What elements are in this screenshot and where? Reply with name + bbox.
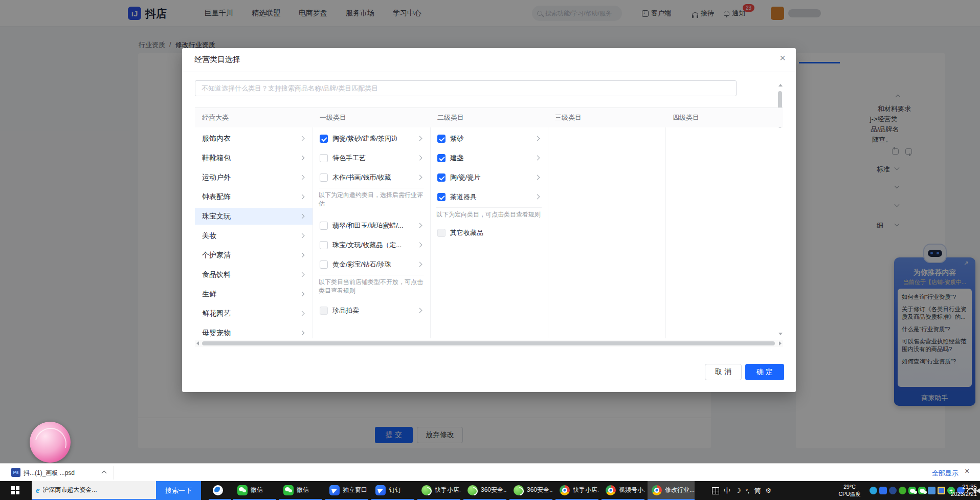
taskbar-app-browser[interactable] — [209, 481, 231, 500]
tray-icon-blue-circle[interactable] — [870, 487, 877, 494]
major-category-row[interactable]: 生鲜 — [195, 286, 313, 302]
file-menu-caret-icon[interactable] — [102, 471, 107, 476]
show-all-downloads-link[interactable]: 全部显示 — [932, 469, 959, 478]
column-divider — [548, 108, 548, 338]
tray-icon-navy[interactable] — [889, 487, 897, 494]
level2-category-row-disabled[interactable]: 其它收藏品 — [430, 224, 548, 241]
level2-category-row[interactable]: 陶/瓷/瓷片 — [430, 169, 548, 186]
taskbar: e 沪深两市超大资金... 搜索一下 微信 微信 独立窗口 钉钉 快手小店...… — [0, 481, 980, 500]
dingtalk-icon — [375, 485, 386, 495]
ime-simplified[interactable]: 简 — [754, 486, 761, 495]
major-category-row[interactable]: 服饰内衣 — [195, 130, 313, 147]
major-category-row[interactable]: 个护家清 — [195, 247, 313, 264]
checkbox-unchecked[interactable] — [320, 222, 328, 230]
category-select-modal: 经营类目选择 × 经营大类 一级类目 二级类目 三级类目 四级类目 服饰内衣 鞋… — [182, 48, 796, 392]
column-header-level3: 三级类目 — [548, 108, 665, 127]
level2-category-row[interactable]: 建盏 — [430, 149, 548, 166]
scroll-left-arrow[interactable] — [196, 341, 199, 345]
chevron-right-icon — [535, 194, 540, 200]
checkbox-unchecked[interactable] — [320, 260, 328, 269]
chevron-right-icon — [535, 156, 540, 161]
checkbox-unchecked[interactable] — [320, 173, 328, 182]
taskbar-app-kwai-shop[interactable]: 快手小店... — [417, 481, 460, 500]
checkbox-unchecked[interactable] — [320, 241, 328, 249]
chevron-right-icon — [300, 331, 305, 336]
checkbox-checked[interactable] — [437, 135, 446, 143]
chevron-right-icon — [300, 272, 305, 277]
tray-icon-green[interactable] — [899, 487, 906, 494]
level1-category-row[interactable]: 翡翠/和田玉/琥珀蜜蜡/... — [313, 217, 430, 234]
taskbar-app-active-chrome[interactable]: 修改行业... — [648, 481, 695, 500]
major-category-row[interactable]: 钟表配饰 — [195, 188, 313, 205]
horizontal-scrollbar-thumb[interactable] — [202, 341, 775, 345]
scroll-up-arrow[interactable] — [778, 84, 783, 86]
browser-360-icon — [514, 485, 524, 495]
category-search-input[interactable] — [195, 80, 737, 96]
level1-category-row[interactable]: 黄金/彩宝/钻石/珍珠 — [313, 256, 430, 273]
taskbar-app-360[interactable]: 360安全... — [463, 481, 506, 500]
checkbox-unchecked[interactable] — [320, 154, 328, 162]
checkbox-checked[interactable] — [437, 193, 446, 201]
chrome-icon — [560, 485, 570, 495]
downloaded-file-name[interactable]: 抖...(1)_画板 ...psd — [24, 469, 75, 477]
taskbar-app-dingtalk[interactable]: 钉钉 — [371, 481, 414, 500]
taskbar-app-wechat-2[interactable]: 微信 — [279, 481, 322, 500]
checkbox-checked[interactable] — [437, 154, 446, 162]
clock-widget[interactable]: 21:35 2023/2/21 — [947, 483, 977, 497]
close-shelf-icon[interactable]: × — [965, 467, 969, 476]
taskbar-app-channels[interactable]: 视频号小... — [602, 481, 644, 500]
taskbar-app-wechat[interactable]: 微信 — [233, 481, 276, 500]
wechat-icon — [283, 485, 294, 495]
level1-category-row[interactable]: 珠宝/文玩/收藏品（定... — [313, 236, 430, 253]
major-category-row[interactable]: 母婴宠物 — [195, 324, 313, 341]
checkbox-checked[interactable] — [437, 173, 446, 182]
major-category-row[interactable]: 鲜花园艺 — [195, 305, 313, 322]
ime-language[interactable]: 中 — [724, 486, 730, 495]
chevron-right-icon — [300, 214, 305, 219]
browser-360-icon — [467, 485, 478, 495]
checkbox-checked[interactable] — [320, 135, 328, 143]
group-divider — [436, 207, 542, 208]
targeted-note: 以下为定向类目，可点击类目查看规则 — [436, 210, 546, 219]
stock-toolbar-task[interactable]: e 沪深两市超大资金... — [32, 481, 156, 500]
ime-settings-gear-icon[interactable]: ⚙ — [765, 487, 771, 494]
level2-category-row[interactable]: 紫砂 — [430, 130, 548, 147]
major-category-row[interactable]: 鞋靴箱包 — [195, 149, 313, 166]
ime-tray[interactable]: 中 ☽ °, 简 ⚙ — [712, 481, 771, 500]
start-button[interactable] — [11, 486, 19, 494]
level1-category-row[interactable]: 木作/书画/钱币/收藏 — [313, 169, 430, 186]
level1-category-row[interactable]: 陶瓷/紫砂/建盏/茶周边 — [313, 130, 430, 147]
major-category-row[interactable]: 美妆 — [195, 227, 313, 244]
ad-floating-image[interactable] — [30, 422, 71, 463]
screen: ıJ 抖店 巨量千川 精选联盟 电商罗盘 服务市场 学习中心 搜索功能/学习/帮… — [0, 0, 980, 500]
major-category-row-selected[interactable]: 珠宝文玩 — [195, 208, 313, 225]
major-category-row[interactable]: 食品饮料 — [195, 266, 313, 283]
taskbar-app-360-2[interactable]: 360安全... — [509, 481, 552, 500]
level2-category-row[interactable]: 茶道器具 — [430, 188, 548, 205]
ime-punctuation[interactable]: °, — [746, 488, 749, 494]
confirm-button[interactable]: 确 定 — [745, 364, 784, 380]
tray-icon-blue-app[interactable] — [879, 487, 887, 494]
invite-note: 以下为定向邀约类目，选择后需行业评估 — [319, 191, 425, 208]
taskbar-app-window[interactable]: 独立窗口 — [325, 481, 368, 500]
close-icon[interactable]: × — [779, 52, 786, 64]
tray-icon-blue-window[interactable] — [928, 487, 936, 494]
cpu-temperature-widget[interactable]: 29°C CPU温度 — [833, 483, 866, 497]
tray-wechat-icon[interactable] — [918, 487, 926, 494]
taskbar-search-button[interactable]: 搜索一下 — [156, 481, 201, 500]
scroll-right-arrow[interactable] — [779, 341, 782, 345]
group-divider — [319, 275, 424, 275]
tray-wechat-icon[interactable] — [908, 487, 916, 494]
major-category-row[interactable]: 运动户外 — [195, 169, 313, 186]
ime-grid-icon[interactable] — [712, 487, 719, 494]
cancel-button[interactable]: 取 消 — [705, 364, 742, 380]
column-header-major: 经营大类 — [195, 108, 313, 127]
level1-category-row[interactable]: 特色手工艺 — [313, 149, 430, 166]
tray-icon-360-safe[interactable] — [938, 487, 945, 494]
level1-category-row-disabled[interactable]: 珍品拍卖 — [313, 302, 430, 319]
taskbar-app-kwai-chrome[interactable]: 快手小店... — [555, 481, 598, 500]
ime-moon-icon[interactable]: ☽ — [735, 487, 741, 494]
horizontal-scrollbar[interactable] — [195, 340, 783, 347]
chevron-right-icon — [300, 292, 305, 297]
chevron-right-icon — [300, 253, 305, 258]
